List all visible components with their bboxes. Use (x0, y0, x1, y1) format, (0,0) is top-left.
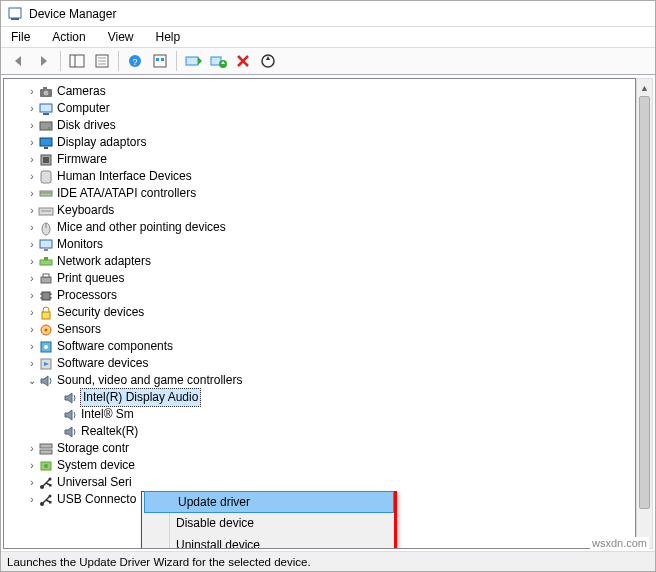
tree-item-label: Processors (57, 287, 117, 304)
tree-category[interactable]: ›Mice and other pointing devices (8, 219, 635, 236)
expand-toggle-icon[interactable]: › (26, 270, 38, 287)
tree-category[interactable]: ›Sensors (8, 321, 635, 338)
help-button[interactable]: ? (123, 50, 147, 72)
tree-category[interactable]: ›Network adapters (8, 253, 635, 270)
expand-toggle-icon[interactable]: › (26, 219, 38, 236)
display-icon (38, 135, 54, 151)
cpu-icon (38, 288, 54, 304)
expand-toggle-icon[interactable]: › (26, 338, 38, 355)
tree-item-label: Storage contr (57, 440, 129, 457)
tree-category[interactable]: ›Keyboards (8, 202, 635, 219)
status-text: Launches the Update Driver Wizard for th… (7, 556, 311, 568)
svg-rect-31 (40, 138, 52, 146)
scan-hardware-button[interactable] (256, 50, 280, 72)
scroll-track[interactable] (637, 96, 652, 531)
tree-category[interactable]: ›Processors (8, 287, 635, 304)
svg-rect-12 (154, 55, 166, 67)
expand-toggle-icon[interactable]: › (26, 168, 38, 185)
expand-toggle-icon[interactable]: › (26, 457, 38, 474)
tree-device[interactable]: Realtek(R) (8, 423, 635, 440)
uninstall-button[interactable] (206, 50, 230, 72)
tree-category[interactable]: ›IDE ATA/ATAPI controllers (8, 185, 635, 202)
expand-toggle-icon[interactable]: › (26, 185, 38, 202)
svg-rect-72 (49, 484, 52, 487)
system-icon (38, 458, 54, 474)
svg-marker-23 (266, 56, 270, 60)
legacy-add-button[interactable] (148, 50, 172, 72)
expand-toggle-icon[interactable]: › (26, 202, 38, 219)
tree-category[interactable]: ›Storage contr (8, 440, 635, 457)
expand-toggle-icon[interactable]: › (26, 355, 38, 372)
expand-toggle-icon[interactable]: › (26, 236, 38, 253)
tree-category[interactable]: ›Software devices (8, 355, 635, 372)
sound-icon (38, 373, 54, 389)
expand-toggle-icon[interactable]: › (26, 287, 38, 304)
expand-toggle-icon[interactable]: › (26, 304, 38, 321)
tree-category[interactable]: ›System device (8, 457, 635, 474)
menu-view[interactable]: View (104, 29, 138, 45)
tree-category[interactable]: ›Software components (8, 338, 635, 355)
vertical-scrollbar[interactable]: ▲ ▼ (636, 78, 653, 549)
ctx-disable-device[interactable]: Disable device (142, 512, 396, 534)
tree-category-expanded[interactable]: ⌄Sound, video and game controllers (8, 372, 635, 389)
svg-marker-3 (41, 56, 47, 66)
component-icon (38, 339, 54, 355)
monitor-icon (38, 237, 54, 253)
tree-item-label: Realtek(R) (81, 423, 138, 440)
tree-category[interactable]: ›Display adaptors (8, 134, 635, 151)
show-hide-tree-button[interactable] (65, 50, 89, 72)
tree-category[interactable]: ›Cameras (8, 83, 635, 100)
svg-point-57 (44, 345, 48, 349)
svg-rect-29 (40, 122, 52, 130)
menu-help[interactable]: Help (152, 29, 185, 45)
ctx-disable-label: Disable device (176, 516, 254, 530)
properties-button[interactable] (90, 50, 114, 72)
tree-device[interactable]: Intel(R) Display Audio (8, 389, 635, 406)
expand-toggle-icon[interactable]: › (26, 491, 38, 508)
tree-category[interactable]: ›Security devices (8, 304, 635, 321)
svg-rect-27 (40, 104, 52, 112)
expand-toggle-icon[interactable]: › (26, 440, 38, 457)
scroll-thumb[interactable] (639, 96, 650, 509)
svg-rect-0 (9, 8, 21, 18)
svg-marker-16 (198, 57, 202, 65)
expand-toggle-icon[interactable]: › (26, 253, 38, 270)
ctx-uninstall-device[interactable]: Uninstall device (142, 534, 396, 549)
ctx-update-driver[interactable]: Update driver (144, 491, 394, 513)
sound-icon (62, 390, 78, 406)
device-tree[interactable]: ›Cameras›Computer›Disk drives›Display ad… (4, 79, 635, 512)
menu-file[interactable]: File (7, 29, 34, 45)
expand-toggle-icon[interactable]: ⌄ (26, 372, 38, 389)
expand-toggle-icon[interactable]: › (26, 474, 38, 491)
storage-icon (38, 441, 54, 457)
tree-item-label: Cameras (57, 83, 106, 100)
tree-category[interactable]: ›Human Interface Devices (8, 168, 635, 185)
watermark: wsxdn.com (590, 537, 649, 549)
tree-category[interactable]: ›Firmware (8, 151, 635, 168)
update-driver-button[interactable] (181, 50, 205, 72)
expand-toggle-icon[interactable]: › (26, 83, 38, 100)
back-button[interactable] (7, 50, 31, 72)
expand-toggle-icon[interactable]: › (26, 151, 38, 168)
window-title: Device Manager (29, 7, 116, 21)
svg-point-55 (45, 328, 48, 331)
expand-toggle-icon[interactable]: › (26, 117, 38, 134)
tree-item-label: Mice and other pointing devices (57, 219, 226, 236)
scroll-up-button[interactable]: ▲ (637, 79, 652, 96)
forward-button[interactable] (32, 50, 56, 72)
expand-toggle-icon[interactable]: › (26, 321, 38, 338)
menu-action[interactable]: Action (48, 29, 89, 45)
expand-toggle-icon[interactable]: › (26, 134, 38, 151)
tree-category[interactable]: ›Print queues (8, 270, 635, 287)
expand-toggle-icon[interactable]: › (26, 100, 38, 117)
disable-button[interactable] (231, 50, 255, 72)
tree-category[interactable]: ›Computer (8, 100, 635, 117)
titlebar[interactable]: Device Manager (1, 1, 655, 27)
svg-rect-65 (40, 450, 52, 454)
print-icon (38, 271, 54, 287)
toolbar-separator (176, 51, 177, 71)
tree-category[interactable]: ›Universal Seri (8, 474, 635, 491)
tree-device[interactable]: Intel® Sm (8, 406, 635, 423)
tree-category[interactable]: ›Monitors (8, 236, 635, 253)
tree-category[interactable]: ›Disk drives (8, 117, 635, 134)
